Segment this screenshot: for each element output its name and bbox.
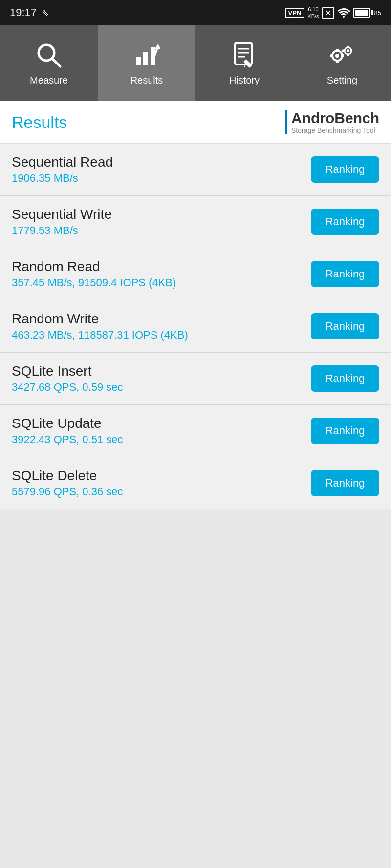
result-name: Sequential Read [12, 154, 311, 170]
results-header: Results AndroBench Storage Benchmarking … [0, 101, 391, 144]
brand-bar [285, 110, 287, 134]
speed-value: 6.10 [308, 6, 318, 13]
status-icons: VPN 6.10 KB/s ✕ 85 [285, 6, 381, 20]
wifi-icon [337, 8, 350, 18]
tab-history[interactable]: History [196, 25, 293, 101]
tab-results-label: Results [130, 75, 163, 86]
result-value: 5579.96 QPS, 0.36 sec [12, 486, 311, 498]
result-value: 3427.68 QPS, 0.59 sec [12, 381, 311, 394]
chart-icon [132, 41, 161, 70]
result-name: Random Read [12, 259, 311, 275]
battery-level: 85 [374, 9, 381, 17]
gear-icon [327, 41, 357, 70]
svg-rect-16 [336, 60, 339, 63]
nav-tabs: Measure Results [0, 25, 391, 101]
ranking-button-sequential-write[interactable]: Ranking [311, 209, 379, 235]
svg-rect-17 [330, 54, 333, 57]
result-row-random-read: Random Read 357.45 MB/s, 91509.4 IOPS (4… [0, 248, 391, 300]
brand-logo: AndroBench Storage Benchmarking Tool [285, 110, 379, 134]
result-row-sqlite-delete: SQLite Delete 5579.96 QPS, 0.36 sec Rank… [0, 457, 391, 509]
result-name: SQLite Delete [12, 468, 311, 484]
x-icon: ✕ [322, 7, 334, 19]
svg-rect-15 [336, 49, 339, 52]
empty-area [0, 509, 391, 729]
svg-rect-23 [342, 49, 344, 52]
svg-point-20 [347, 49, 349, 52]
svg-rect-24 [350, 49, 352, 52]
vpn-badge: VPN [285, 8, 305, 18]
ranking-button-sqlite-insert[interactable]: Ranking [311, 365, 379, 392]
svg-line-1 [52, 58, 60, 66]
result-row-sequential-read: Sequential Read 1906.35 MB/s Ranking [0, 144, 391, 196]
brand-bench: Bench [334, 110, 379, 126]
svg-marker-6 [155, 44, 160, 49]
status-time: 19:17 [10, 6, 37, 19]
result-name: Sequential Write [12, 207, 311, 222]
result-info: SQLite Insert 3427.68 QPS, 0.59 sec [12, 363, 311, 394]
svg-rect-2 [136, 57, 141, 65]
ranking-button-random-read[interactable]: Ranking [311, 261, 379, 287]
result-value: 3922.43 QPS, 0.51 sec [12, 433, 311, 446]
svg-rect-7 [235, 43, 252, 64]
svg-point-14 [335, 54, 339, 58]
result-row-sequential-write: Sequential Write 1779.53 MB/s Ranking [0, 196, 391, 248]
ranking-button-random-write[interactable]: Ranking [311, 313, 379, 339]
svg-rect-22 [347, 54, 349, 56]
result-value: 1906.35 MB/s [12, 172, 311, 185]
battery-icon: 85 [353, 8, 381, 18]
history-icon [230, 41, 259, 70]
tab-measure[interactable]: Measure [0, 25, 98, 101]
result-name: SQLite Insert [12, 363, 311, 379]
brand-andro: Andro [291, 110, 334, 126]
svg-rect-21 [347, 46, 349, 48]
result-value: 357.45 MB/s, 91509.4 IOPS (4KB) [12, 276, 311, 289]
brand-text: AndroBench Storage Benchmarking Tool [291, 110, 379, 134]
cursor-icon: ⇖ [42, 7, 49, 18]
tab-measure-label: Measure [30, 75, 68, 86]
svg-rect-3 [143, 52, 148, 65]
brand-name: AndroBench [291, 110, 379, 127]
result-row-sqlite-update: SQLite Update 3922.43 QPS, 0.51 sec Rank… [0, 405, 391, 457]
tab-setting-label: Setting [327, 75, 357, 86]
svg-rect-18 [341, 54, 344, 57]
result-value: 463.23 MB/s, 118587.31 IOPS (4KB) [12, 329, 311, 341]
ranking-button-sequential-read[interactable]: Ranking [311, 156, 379, 183]
tab-history-label: History [229, 75, 260, 86]
ranking-button-sqlite-delete[interactable]: Ranking [311, 470, 379, 496]
result-info: Sequential Read 1906.35 MB/s [12, 154, 311, 185]
result-row-random-write: Random Write 463.23 MB/s, 118587.31 IOPS… [0, 300, 391, 353]
search-icon [34, 41, 64, 70]
page-title: Results [12, 113, 67, 132]
results-list: Sequential Read 1906.35 MB/s Ranking Seq… [0, 144, 391, 509]
ranking-button-sqlite-update[interactable]: Ranking [311, 418, 379, 444]
result-info: SQLite Update 3922.43 QPS, 0.51 sec [12, 416, 311, 446]
result-name: Random Write [12, 311, 311, 327]
result-info: SQLite Delete 5579.96 QPS, 0.36 sec [12, 468, 311, 498]
result-row-sqlite-insert: SQLite Insert 3427.68 QPS, 0.59 sec Rank… [0, 353, 391, 405]
result-info: Random Read 357.45 MB/s, 91509.4 IOPS (4… [12, 259, 311, 289]
result-info: Random Write 463.23 MB/s, 118587.31 IOPS… [12, 311, 311, 341]
tab-setting[interactable]: Setting [293, 25, 391, 101]
result-name: SQLite Update [12, 416, 311, 431]
tab-results[interactable]: Results [98, 25, 196, 101]
result-value: 1779.53 MB/s [12, 224, 311, 237]
brand-subtitle: Storage Benchmarking Tool [291, 127, 379, 134]
result-info: Sequential Write 1779.53 MB/s [12, 207, 311, 237]
speed-unit: KB/s [307, 13, 319, 20]
status-bar: 19:17 ⇖ VPN 6.10 KB/s ✕ 85 [0, 0, 391, 25]
